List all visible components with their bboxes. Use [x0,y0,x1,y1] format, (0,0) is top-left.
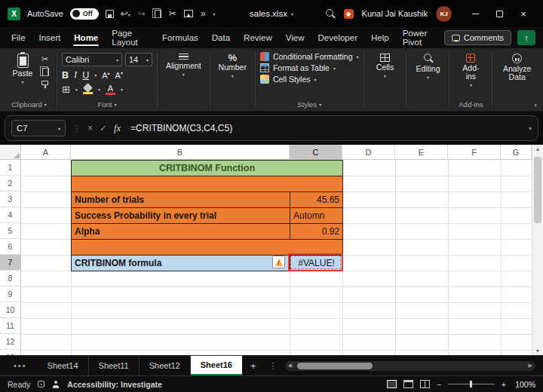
zoom-out-icon[interactable]: − [437,380,441,389]
conditional-formatting-dropdown-icon[interactable]: ▾ [357,54,359,60]
fill-color-dropdown-icon[interactable]: ▾ [98,87,100,92]
column-header-D[interactable]: D [342,145,395,160]
error-warning-icon[interactable] [272,256,285,268]
redo-icon[interactable]: ↪ [138,8,146,19]
scroll-left-icon[interactable]: ◀ [288,363,292,369]
minimize-button[interactable] [463,3,487,24]
clipboard-dialog-launcher-icon[interactable]: ▾ [44,102,47,107]
page-break-view-icon[interactable] [420,380,430,388]
undo-icon[interactable]: ↩▾ [121,8,130,19]
font-color-button[interactable]: A [106,84,115,95]
namebox-dropdown-icon[interactable]: ▾ [58,126,60,131]
format-as-table-button[interactable]: Format as Table ▾ [260,63,359,72]
row-header-8[interactable]: 8 [0,271,20,286]
zoom-in-icon[interactable]: + [502,380,506,389]
horizontal-scrollbar[interactable]: ◀ ▶ [285,356,536,375]
font-color-dropdown-icon[interactable]: ▾ [121,87,123,92]
collapse-ribbon-icon[interactable]: ▾ [534,103,537,109]
qat-overflow-icon[interactable]: » [201,8,206,19]
row-header-1[interactable]: 1 [0,160,20,176]
row-header-5[interactable]: 5 [0,223,20,239]
menu-power-pivot[interactable]: Power Pivot [396,25,444,51]
save-icon[interactable] [106,10,114,18]
row-header-4[interactable]: 4 [0,207,20,223]
share-button[interactable]: ↑ [517,30,535,45]
autosave-toggle[interactable]: Off [70,8,99,20]
row-header-11[interactable]: 11 [0,318,20,334]
cells-button[interactable]: Cells ▾ [368,51,401,78]
picture-icon[interactable] [184,10,193,17]
insert-function-icon[interactable]: fx [114,123,121,134]
formula-bar-handle[interactable]: ⋮ [72,124,81,133]
cell-B7[interactable]: CRITBINOM formula [71,255,290,271]
row-header-13[interactable]: 13 [0,350,20,355]
number-button[interactable]: % Number ▾ [215,51,250,78]
italic-button[interactable]: I [74,69,77,81]
close-button[interactable]: × [511,3,535,24]
underline-dropdown-icon[interactable]: ▾ [94,72,97,78]
normal-view-icon[interactable] [387,380,397,388]
document-title[interactable]: sales.xlsx ▾ [250,9,293,18]
cell-C5[interactable]: 0.92 [290,223,343,240]
fill-color-button[interactable] [83,84,93,94]
excel-app-icon[interactable]: X [8,8,20,20]
menu-file[interactable]: File [5,29,32,46]
menu-view[interactable]: View [279,29,311,46]
copy-icon[interactable] [155,10,161,18]
search-icon[interactable] [326,9,336,19]
bold-button[interactable]: B [62,70,69,81]
cell-B3[interactable]: Number of trials [71,191,290,208]
customize-qat-icon[interactable]: ▾ [213,11,216,17]
vertical-scrollbar[interactable]: ▲ ▼ [532,145,543,355]
borders-dropdown-icon[interactable]: ▾ [75,87,78,92]
row-header-10[interactable]: 10 [0,302,20,318]
menu-data[interactable]: Data [205,29,237,46]
row-header-6[interactable]: 6 [0,239,20,255]
decrease-font-icon[interactable]: A▾ [115,70,123,80]
page-layout-view-icon[interactable] [403,380,413,388]
editing-dropdown-icon[interactable]: ▾ [427,75,429,80]
column-header-C[interactable]: C [290,145,342,160]
menu-page-layout[interactable]: Page Layout [105,25,155,51]
comments-button[interactable]: Comments [444,30,511,45]
filename-dropdown-icon[interactable]: ▾ [291,11,293,17]
enter-icon[interactable]: ✓ [100,123,107,133]
formula-bar-expand-icon[interactable]: ▾ [529,125,532,132]
column-header-E[interactable]: E [395,145,448,160]
cells-layer[interactable]: CRITBINOM FunctionNumber of trials45.65S… [21,160,532,355]
horizontal-scroll-thumb[interactable] [297,363,373,369]
font-dialog-launcher-icon[interactable]: ▾ [114,102,116,107]
cell-styles-dropdown-icon[interactable]: ▾ [314,77,316,82]
column-header-B[interactable]: B [71,145,290,160]
sheet-tab-sheet11[interactable]: Sheet11 [89,356,140,375]
row-header-7[interactable]: 7 [0,255,20,271]
column-header-F[interactable]: F [448,145,501,160]
addins-button[interactable]: Add-ins ▾ [454,51,487,87]
menu-home[interactable]: Home [67,29,105,46]
cell-B5[interactable]: Alpha [71,223,290,240]
row-header-3[interactable]: 3 [0,191,20,207]
cell-B4[interactable]: Success Probability in every trial [71,207,290,224]
row-header-2[interactable]: 2 [0,176,20,191]
row-header-12[interactable]: 12 [0,334,20,350]
select-all-button[interactable] [0,145,21,160]
paste-button[interactable]: Paste ▾ [6,51,39,84]
sheet-tab-sheet16[interactable]: Sheet16 [191,356,242,375]
paste-dropdown-icon[interactable]: ▾ [21,79,23,84]
underline-button[interactable]: U [82,70,89,81]
notification-icon[interactable]: ◆ [344,9,354,19]
cell-C4[interactable]: Automn [290,207,343,224]
new-sheet-button[interactable]: + [242,356,265,375]
menu-help[interactable]: Help [364,29,396,46]
copy-button[interactable] [42,68,49,76]
cell-styles-button[interactable]: Cell Styles ▾ [260,75,359,84]
scroll-right-icon[interactable]: ▶ [529,363,532,369]
cancel-icon[interactable]: × [87,123,93,133]
editing-button[interactable]: Editing ▾ [411,51,444,80]
scroll-down-icon[interactable]: ▼ [532,348,543,354]
avatar[interactable]: KJ [436,6,452,22]
menu-formulas[interactable]: Formulas [155,29,205,46]
column-header-G[interactable]: G [501,145,532,160]
borders-icon[interactable]: ⊞ [62,84,70,95]
menu-insert[interactable]: Insert [32,29,68,46]
